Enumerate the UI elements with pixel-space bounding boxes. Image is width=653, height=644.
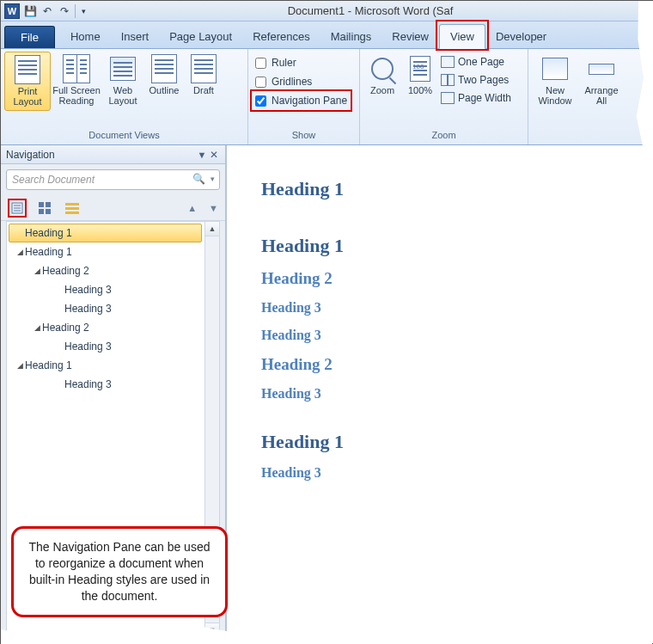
tree-node-label: Heading 3 [64, 303, 112, 315]
full-screen-reading-label: Full Screen Reading [52, 85, 101, 106]
document-heading[interactable]: Heading 3 [261, 300, 644, 316]
tab-developer[interactable]: Developer [485, 25, 557, 48]
document-heading[interactable]: Heading 3 [261, 386, 644, 402]
gridlines-checkbox[interactable] [255, 77, 266, 88]
navigation-pane-label: Navigation Pane [272, 95, 347, 107]
two-pages-label: Two Pages [458, 74, 509, 86]
document-area[interactable]: Heading 1Heading 1Heading 2Heading 3Head… [226, 145, 652, 643]
print-layout-label: Print Layout [7, 86, 48, 107]
search-icon[interactable]: 🔍 [192, 173, 205, 185]
qat-more-icon[interactable]: ▾ [75, 4, 88, 18]
tree-node[interactable]: Heading 3 [9, 280, 202, 299]
svg-rect-5 [65, 207, 79, 210]
zoom-100-button[interactable]: 100 100% [401, 52, 439, 99]
tree-node[interactable]: Heading 1 [9, 224, 202, 242]
tree-node-label: Heading 3 [64, 284, 112, 296]
document-heading[interactable]: Heading 3 [261, 328, 644, 343]
navpane-close-icon[interactable]: ✕ [208, 149, 220, 161]
tree-node-label: Heading 3 [64, 378, 112, 390]
expander-icon[interactable]: ◢ [32, 323, 42, 332]
arrange-all-button[interactable]: Arrange All [578, 52, 625, 109]
zoom-button[interactable]: Zoom [363, 52, 401, 99]
draft-button[interactable]: Draft [185, 52, 223, 99]
tree-node[interactable]: ◢Heading 2 [9, 318, 202, 337]
tree-node[interactable]: ◢Heading 1 [9, 356, 202, 375]
scroll-up-icon[interactable]: ▲ [205, 222, 219, 236]
outline-label: Outline [150, 85, 180, 95]
tab-mailings[interactable]: Mailings [320, 25, 382, 48]
gridlines-checkbox-row[interactable]: Gridlines [252, 72, 351, 91]
browse-results-button[interactable] [63, 199, 82, 218]
tree-node-label: Heading 1 [25, 227, 72, 239]
tree-node[interactable]: Heading 3 [9, 375, 202, 394]
tree-node-label: Heading 1 [25, 359, 72, 371]
navpane-dropdown-icon[interactable]: ▼ [196, 150, 208, 160]
document-heading[interactable]: Heading 2 [261, 269, 644, 288]
one-page-button[interactable]: One Page [441, 53, 511, 71]
tree-node-label: Heading 2 [42, 265, 89, 277]
group-label-zoom: Zoom [363, 129, 524, 142]
one-page-icon [441, 56, 455, 68]
tab-references[interactable]: References [242, 25, 320, 48]
web-layout-label: Web Layout [104, 85, 142, 106]
print-layout-button[interactable]: Print Layout [4, 52, 51, 111]
browse-headings-button[interactable] [8, 199, 27, 218]
tree-node[interactable]: ◢Heading 1 [9, 242, 202, 261]
tab-review[interactable]: Review [381, 25, 439, 48]
tree-node[interactable]: Heading 3 [9, 337, 202, 356]
navigation-pane-checkbox-row[interactable]: Navigation Pane [252, 91, 351, 110]
document-heading[interactable]: Heading 1 [261, 235, 644, 257]
full-screen-reading-button[interactable]: Full Screen Reading [51, 52, 102, 109]
navigation-pane-header: Navigation ▼ ✕ [1, 145, 225, 164]
tree-node-label: Heading 2 [42, 322, 89, 334]
arrange-all-icon [588, 55, 615, 83]
outline-button[interactable]: Outline [143, 52, 185, 99]
tree-node[interactable]: Heading 3 [9, 299, 202, 318]
tab-home[interactable]: Home [60, 25, 111, 48]
ribbon-tabs: File Home Insert Page Layout References … [1, 21, 652, 49]
headings-view-icon [11, 202, 23, 214]
document-heading[interactable]: Heading 1 [261, 178, 644, 200]
callout-text: The Navigation Pane can be used to reorg… [29, 540, 211, 603]
tab-file[interactable]: File [4, 26, 55, 48]
tab-view[interactable]: View [439, 24, 485, 49]
tab-insert[interactable]: Insert [111, 25, 160, 48]
page-width-button[interactable]: Page Width [441, 89, 511, 107]
ruler-label: Ruler [272, 57, 296, 69]
outline-icon [150, 55, 178, 83]
word-window: W 💾 ↶ ↷ ▾ Document1 - Microsoft Word (Sa… [0, 0, 653, 644]
browse-pages-button[interactable] [35, 199, 54, 218]
expander-icon[interactable]: ◢ [15, 361, 25, 370]
draft-label: Draft [193, 85, 214, 95]
document-heading[interactable]: Heading 1 [261, 431, 644, 453]
nav-next-icon[interactable]: ▼ [209, 203, 218, 213]
document-heading[interactable]: Heading 3 [261, 465, 644, 481]
search-dropdown-icon[interactable]: ▾ [211, 175, 215, 183]
ruler-checkbox-row[interactable]: Ruler [252, 53, 351, 72]
window-title: Document1 - Microsoft Word (Saf [88, 4, 652, 17]
two-pages-icon [441, 74, 448, 86]
document-heading[interactable]: Heading 2 [261, 355, 644, 374]
save-icon[interactable]: 💾 [23, 4, 37, 18]
pages-view-icon [39, 202, 51, 214]
ruler-checkbox[interactable] [255, 58, 266, 69]
tree-node-label: Heading 1 [25, 246, 72, 258]
ribbon: Print Layout Full Screen Reading Web Lay… [1, 49, 652, 145]
two-pages-button[interactable]: Two Pages [441, 71, 511, 89]
new-window-icon [541, 55, 569, 83]
navigation-pane-checkbox[interactable] [255, 95, 266, 107]
web-layout-button[interactable]: Web Layout [102, 52, 143, 109]
new-window-button[interactable]: New Window [532, 52, 578, 109]
search-input[interactable] [6, 169, 220, 190]
tab-page-layout[interactable]: Page Layout [159, 25, 242, 48]
page-width-icon [441, 92, 455, 104]
redo-icon[interactable]: ↷ [58, 4, 71, 18]
tree-node[interactable]: ◢Heading 2 [9, 261, 202, 280]
zoom-icon [369, 55, 396, 83]
document-page: Heading 1Heading 1Heading 2Heading 3Head… [261, 163, 644, 643]
page-width-label: Page Width [458, 92, 511, 104]
expander-icon[interactable]: ◢ [32, 267, 42, 275]
expander-icon[interactable]: ◢ [15, 248, 25, 256]
nav-prev-icon[interactable]: ▲ [187, 203, 197, 213]
undo-icon[interactable]: ↶ [40, 4, 54, 18]
